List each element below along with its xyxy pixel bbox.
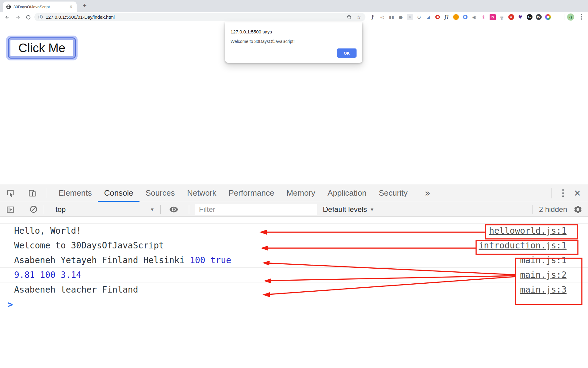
reload-icon[interactable] [25,13,32,21]
toolbar-divider [564,14,564,20]
filter-input[interactable] [195,204,317,215]
console-message-row: Asabeneh teacher Finlandmain.js:3 [0,282,588,297]
context-selector[interactable]: top ▾ [55,205,154,214]
tab-elements[interactable]: Elements [52,184,98,202]
hidden-messages-badge[interactable]: 2 hidden [539,205,567,214]
swirl-icon[interactable] [461,13,469,21]
grid-icon[interactable]: ❖ [406,13,414,21]
source-link[interactable]: main.js:3 [520,282,567,297]
toolbar-divider-2 [160,205,161,214]
bug-icon[interactable]: ● [397,13,404,21]
console-message-segment: Hello, World! [14,226,81,236]
page-info-icon[interactable]: i [38,15,43,19]
stop-ring-icon[interactable] [434,13,441,21]
more-tabs-icon[interactable]: » [425,188,430,198]
script-f-icon[interactable]: Ƒ [369,13,377,21]
tabbar-divider [46,188,46,198]
tab-network[interactable]: Network [181,184,222,202]
console-message-row: Hello, World!helloworld.js:1 [0,224,588,238]
live-expression-eye-icon[interactable] [169,205,178,214]
eyedropper-icon[interactable]: ◢ [425,13,432,21]
tab-title: 30DaysOfJavaScript [13,5,68,9]
target-icon[interactable]: ◎ [379,13,386,21]
back-icon[interactable] [4,13,11,21]
url-bar[interactable]: i 127.0.0.1:5500/01-Day/index.html ☆ [34,13,365,21]
zoom-icon[interactable] [347,14,352,20]
profile-avatar[interactable]: {} [567,13,574,21]
new-tab-button[interactable]: + [80,1,89,10]
browser-tab-strip: 30DaysOfJavaScript × + [0,0,588,12]
context-label: top [55,205,66,214]
source-link[interactable]: helloworld.js:1 [489,224,567,238]
console-message-row: 9.81 100 3.14main.js:2 [0,268,588,282]
click-me-button[interactable]: Click Me [10,40,73,56]
toolbar-divider-4 [533,205,533,214]
console-prompt-chevron-icon: > [7,299,13,310]
alert-message: Welcome to 30DaysOfJavaScript! [231,39,357,44]
toolbar-divider-3 [189,205,189,214]
devtools-menu-icon[interactable] [560,189,566,197]
source-link[interactable]: main.js:2 [520,268,567,282]
click-me-focus-ring: Click Me [6,36,78,60]
log-levels-selector[interactable]: Default levels ▾ [323,205,373,214]
devtools-tab-bar: ElementsConsoleSourcesNetworkPerformance… [0,184,588,202]
tab-security[interactable]: Security [373,184,414,202]
w-circle-icon[interactable]: W [535,13,542,21]
chevron-down-icon: ▾ [151,206,154,213]
console-message-row: Asabeneh Yetayeh Finland Helsinki 100 tr… [0,253,588,268]
pink-atom-icon[interactable]: ✳ [480,13,487,21]
pink-gear-icon[interactable]: ✿ [489,13,496,21]
console-message-segment: Asabeneh Yetayeh Finland Helsinki [14,255,190,265]
console-prompt-row[interactable]: > [0,297,588,311]
alert-title: 127.0.0.1:5500 says [231,29,357,34]
tab-sources[interactable]: Sources [139,184,181,202]
favicon-globe-icon [6,4,11,9]
heart-lens-icon[interactable]: ♥ [517,13,524,21]
tab-memory[interactable]: Memory [280,184,321,202]
console-rows: Hello, World!helloworld.js:1Welcome to 3… [0,223,588,297]
console-sidebar-toggle-icon[interactable] [6,205,15,214]
console-toolbar: top ▾ Default levels ▾ 2 hidden [0,202,588,217]
tabbar-right-divider [552,188,552,198]
toolbar-divider-1 [43,205,43,214]
browser-tab[interactable]: 30DaysOfJavaScript × [3,2,77,12]
megaphone-icon[interactable] [452,13,460,21]
tab-application[interactable]: Application [321,184,372,202]
browser-toolbar: i 127.0.0.1:5500/01-Day/index.html ☆ Ƒ◎▮… [0,12,588,22]
tab-console[interactable]: Console [98,184,139,202]
device-toolbar-icon[interactable] [28,189,37,197]
inspect-element-icon[interactable] [6,189,15,197]
devtools-panel: ElementsConsoleSourcesNetworkPerformance… [0,184,588,368]
alert-dialog: 127.0.0.1:5500 says Welcome to 30DaysOfJ… [225,22,362,63]
console-message-segment: Welcome to 30DaysOfJavaScript [14,240,164,251]
source-link[interactable]: main.js:1 [520,253,567,268]
log-levels-label: Default levels [323,205,367,214]
console-message-row: Welcome to 30DaysOfJavaScriptintroductio… [0,238,588,253]
extensions-row: Ƒ◎▮▮●❖⊙◢ƒ?◉✳✿╦O♥GW [369,12,552,22]
console-message-segment: Asabeneh teacher Finland [14,285,138,295]
blocks-icon[interactable]: ╦ [498,13,506,21]
alert-ok-button[interactable]: OK [337,48,357,58]
tab-close-icon[interactable]: × [68,4,74,9]
fn-question-icon[interactable]: ƒ? [443,13,450,21]
columns-icon[interactable]: ▮▮ [388,13,395,21]
tab-performance[interactable]: Performance [223,184,281,202]
camera-icon[interactable]: ◉ [471,13,478,21]
console-message-segment: 100 true [190,255,231,265]
console-settings-gear-icon[interactable] [573,205,582,214]
clear-console-icon[interactable] [29,205,38,213]
devtools-tabs: ElementsConsoleSourcesNetworkPerformance… [52,184,414,202]
bookmark-star-icon[interactable]: ☆ [357,14,361,20]
forward-icon[interactable] [14,13,21,21]
red-o-icon[interactable]: O [507,13,515,21]
browser-menu-icon[interactable] [581,14,582,20]
devtools-close-icon[interactable]: × [574,189,581,198]
url-text[interactable]: 127.0.0.1:5500/01-Day/index.html [46,14,347,20]
console-messages-area: Hello, World!helloworld.js:1Welcome to 3… [0,223,588,311]
chevron-down-icon: ▾ [371,206,373,213]
color-wheel-icon[interactable] [544,13,552,21]
source-link[interactable]: introduction.js:1 [479,238,567,253]
brackets-circle-icon[interactable]: ⊙ [415,13,423,21]
power-circle-icon[interactable]: G [526,13,533,21]
console-message-segment: 9.81 100 3.14 [14,270,81,280]
